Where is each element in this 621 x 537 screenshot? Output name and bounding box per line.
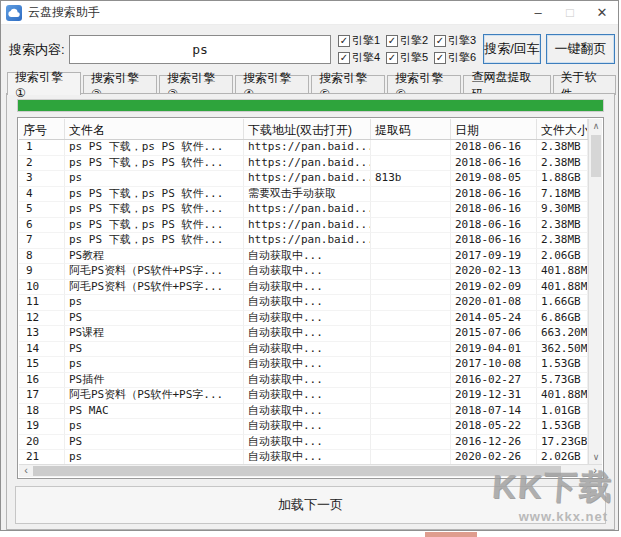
cell-link[interactable]: 自动获取中... <box>244 419 371 435</box>
cell-link[interactable]: 自动获取中... <box>244 295 371 311</box>
cell-link[interactable]: 自动获取中... <box>244 311 371 327</box>
cell-date: 2018-07-14 <box>451 404 537 420</box>
table-row[interactable]: 2ps PS 下载，ps PS 软件...https://pan.baid...… <box>19 156 588 172</box>
maximize-icon[interactable]: □ <box>554 1 586 24</box>
cell-filename: ps PS 下载，ps PS 软件... <box>65 202 244 218</box>
cell-index: 1 <box>19 140 65 156</box>
table-row[interactable]: 8PS教程自动获取中...2017-09-192.06GB <box>19 249 588 265</box>
window-title: 云盘搜索助手 <box>28 4 100 21</box>
engine-checkbox-6[interactable]: ✓引擎6 <box>434 49 482 66</box>
table-row[interactable]: 20PS自动获取中...2016-12-2617.23GB <box>19 435 588 451</box>
cell-size: 9.30MB <box>537 202 588 218</box>
table-row[interactable]: 14PS自动获取中...2019-04-01362.50M <box>19 342 588 358</box>
table-row[interactable]: 19ps自动获取中...2018-05-221.53GB <box>19 419 588 435</box>
table-header: 序号文件名下载地址(双击打开)提取码日期文件大小 <box>19 119 588 140</box>
cell-link[interactable]: https://pan.baid... <box>244 233 371 249</box>
tab-3[interactable]: 搜索引擎③ <box>159 75 233 95</box>
cell-date: 2018-06-16 <box>451 187 537 203</box>
cell-link[interactable]: 自动获取中... <box>244 264 371 280</box>
table-row[interactable]: 9阿毛PS资料（PS软件+PS字...自动获取中...2020-02-13401… <box>19 264 588 280</box>
column-header-3[interactable]: 下载地址(双击打开) <box>244 119 371 139</box>
column-header-4[interactable]: 提取码 <box>371 119 451 139</box>
cell-date: 2020-02-13 <box>451 264 537 280</box>
table-row[interactable]: 7ps PS 下载，ps PS 软件...https://pan.baid...… <box>19 233 588 249</box>
cell-link[interactable]: 自动获取中... <box>244 404 371 420</box>
vertical-scrollbar[interactable]: ∧ ∨ <box>588 119 602 464</box>
tab-5[interactable]: 搜索引擎⑤ <box>311 75 385 95</box>
checkbox-icon: ✓ <box>386 35 398 47</box>
table-row[interactable]: 16PS插件自动获取中...2016-02-275.73GB <box>19 373 588 389</box>
cell-filename: PS <box>65 311 244 327</box>
cell-filename: ps PS 下载，ps PS 软件... <box>65 187 244 203</box>
cell-link[interactable]: https://pan.baid... <box>244 140 371 156</box>
tab-1[interactable]: 搜索引擎① <box>7 72 81 95</box>
cell-date: 2018-06-16 <box>451 202 537 218</box>
cell-link[interactable]: 自动获取中... <box>244 373 371 389</box>
cell-code <box>371 342 451 358</box>
table-row[interactable]: 11ps自动获取中...2020-01-081.66GB <box>19 295 588 311</box>
table-row[interactable]: 15ps自动获取中...2017-10-081.53GB <box>19 357 588 373</box>
cell-filename: 阿毛PS资料（PS软件+PS字... <box>65 388 244 404</box>
scroll-left-icon[interactable]: ‹ <box>19 465 33 477</box>
cell-link[interactable]: 自动获取中... <box>244 342 371 358</box>
table-row[interactable]: 1ps PS 下载，ps PS 软件...https://pan.baid...… <box>19 140 588 156</box>
cell-link[interactable]: 自动获取中... <box>244 388 371 404</box>
engine-checkbox-1[interactable]: ✓引擎1 <box>338 32 386 49</box>
tab-4[interactable]: 搜索引擎④ <box>235 75 309 95</box>
tab-7[interactable]: 查网盘提取码 <box>463 75 550 95</box>
cell-size: 362.50M <box>537 342 588 358</box>
table-row[interactable]: 3pshttps://pan.baid...813b2019-08-051.88… <box>19 171 588 187</box>
column-header-2[interactable]: 文件名 <box>65 119 244 139</box>
tab-8[interactable]: 关于软件 <box>553 75 616 95</box>
cell-size: 2.38MB <box>537 156 588 172</box>
cell-link[interactable]: 自动获取中... <box>244 280 371 296</box>
cell-link[interactable]: 自动获取中... <box>244 326 371 342</box>
tab-2[interactable]: 搜索引擎② <box>83 75 157 95</box>
column-header-1[interactable]: 序号 <box>19 119 65 139</box>
table-row[interactable]: 13PS课程自动获取中...2015-07-06663.20M <box>19 326 588 342</box>
scroll-down-icon[interactable]: ∨ <box>589 450 603 464</box>
cell-index: 14 <box>19 342 65 358</box>
cell-link[interactable]: 自动获取中... <box>244 357 371 373</box>
tab-bar: 搜索引擎①搜索引擎②搜索引擎③搜索引擎④搜索引擎⑤搜索引擎⑥查网盘提取码关于软件 <box>7 71 618 94</box>
cell-filename: ps <box>65 357 244 373</box>
column-header-6[interactable]: 文件大小 <box>537 119 588 139</box>
engine-checkbox-4[interactable]: ✓引擎4 <box>338 49 386 66</box>
tab-6[interactable]: 搜索引擎⑥ <box>387 75 461 95</box>
close-icon[interactable]: ✕ <box>586 1 618 24</box>
search-input[interactable] <box>69 35 331 64</box>
cell-link[interactable]: 需要双击手动获取 <box>244 187 371 203</box>
table-row[interactable]: 6ps PS 下载，ps PS 软件...https://pan.baid...… <box>19 218 588 234</box>
cell-filename: ps <box>65 171 244 187</box>
cell-link[interactable]: https://pan.baid... <box>244 156 371 172</box>
paginate-button[interactable]: 一键翻页 <box>546 34 615 64</box>
table-row[interactable]: 12PS自动获取中...2014-05-246.86GB <box>19 311 588 327</box>
cell-index: 15 <box>19 357 65 373</box>
table-row[interactable]: 17阿毛PS资料（PS软件+PS字...自动获取中...2019-12-3140… <box>19 388 588 404</box>
engine-checkbox-3[interactable]: ✓引擎3 <box>434 32 482 49</box>
cell-link[interactable]: https://pan.baid... <box>244 171 371 187</box>
cell-code <box>371 357 451 373</box>
cell-link[interactable]: 自动获取中... <box>244 249 371 265</box>
cell-link[interactable]: https://pan.baid... <box>244 202 371 218</box>
search-button[interactable]: 搜索/回车 <box>483 34 541 64</box>
engine-checkbox-5[interactable]: ✓引擎5 <box>386 49 434 66</box>
cell-filename: ps <box>65 295 244 311</box>
cell-filename: 阿毛PS资料（PS软件+PS字... <box>65 264 244 280</box>
table-row[interactable]: 5ps PS 下载，ps PS 软件...https://pan.baid...… <box>19 202 588 218</box>
cell-code <box>371 435 451 451</box>
horizontal-scrollbar-thumb[interactable] <box>33 466 561 476</box>
column-header-5[interactable]: 日期 <box>451 119 537 139</box>
cell-link[interactable]: 自动获取中... <box>244 435 371 451</box>
cell-filename: PS教程 <box>65 249 244 265</box>
table-row[interactable]: 18PS MAC自动获取中...2018-07-141.01GB <box>19 404 588 420</box>
minimize-icon[interactable]: – <box>522 1 554 24</box>
table-row[interactable]: 4ps PS 下载，ps PS 软件...需要双击手动获取2018-06-167… <box>19 187 588 203</box>
vertical-scrollbar-thumb[interactable] <box>591 135 601 177</box>
cell-size: 1.01GB <box>537 404 588 420</box>
cell-index: 18 <box>19 404 65 420</box>
table-row[interactable]: 10阿毛PS资料（PS软件+PS字...自动获取中...2019-02-0940… <box>19 280 588 296</box>
scroll-up-icon[interactable]: ∧ <box>589 119 603 133</box>
cell-link[interactable]: https://pan.baid... <box>244 218 371 234</box>
engine-checkbox-2[interactable]: ✓引擎2 <box>386 32 434 49</box>
